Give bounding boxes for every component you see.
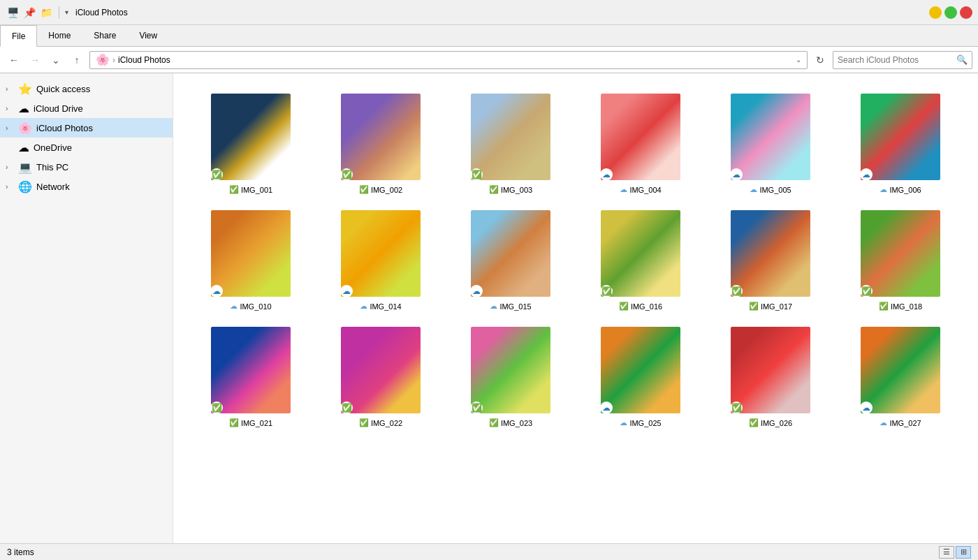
file-item-img_006[interactable]: ☁ ☁ IMG_006 <box>837 87 964 198</box>
file-name-img_027: ☁ IMG_027 <box>880 418 921 427</box>
sidebar-label-icloud-photos: iCloud Photos <box>36 123 93 133</box>
grid-view-button[interactable]: ⊞ <box>956 546 971 559</box>
status-badge-img_016: ✅ <box>600 285 613 297</box>
status-badge-img_018: ✅ <box>860 285 873 297</box>
title-bar-system-icons: 🖥️ 📌 📁 <box>6 6 53 20</box>
file-name-img_015: ☁ IMG_015 <box>490 302 531 311</box>
file-item-img_022[interactable]: ✅ ✅ IMG_022 <box>317 320 444 432</box>
status-badge-img_015: ☁ <box>470 285 483 297</box>
sidebar-item-network[interactable]: › 🌐 Network <box>0 177 173 196</box>
ribbon-tabs: File Home Share View <box>0 25 978 46</box>
file-item-img_005[interactable]: ☁ ☁ IMG_005 <box>707 87 834 198</box>
list-view-button[interactable]: ☰ <box>939 546 954 559</box>
file-item-img_016[interactable]: ✅ ✅ IMG_016 <box>577 204 704 315</box>
file-item-img_003[interactable]: ✅ ✅ IMG_003 <box>447 87 574 198</box>
file-label-img_016: IMG_016 <box>631 302 662 311</box>
title-bar: 🖥️ 📌 📁 ▾ iCloud Photos <box>0 0 978 25</box>
file-status-icon-img_026: ✅ <box>749 418 759 427</box>
file-status-icon-img_003: ✅ <box>489 185 499 194</box>
file-item-img_001[interactable]: ✅ ✅ IMG_001 <box>187 87 314 198</box>
thumb-wrapper-img_025: ☁ <box>599 325 683 415</box>
sidebar-label-onedrive: OneDrive <box>34 142 72 153</box>
sidebar-item-this-pc[interactable]: › 💻 This PC <box>0 157 173 177</box>
file-label-img_021: IMG_021 <box>241 419 272 427</box>
icloud-path-icon: 🌸 <box>96 53 110 66</box>
thumb-img_003 <box>471 94 550 180</box>
expand-arrow-this-pc: › <box>6 163 14 171</box>
status-badge-img_017: ✅ <box>730 285 743 297</box>
file-label-img_027: IMG_027 <box>889 419 921 427</box>
file-label-img_005: IMG_005 <box>759 186 791 194</box>
thumb-img_006 <box>861 94 940 180</box>
file-status-icon-img_010: ☁ <box>230 302 238 311</box>
ribbon-tab-file[interactable]: File <box>0 25 37 47</box>
sidebar-icon-network: 🌐 <box>18 180 32 193</box>
sidebar-item-quick-access[interactable]: › ⭐ Quick access <box>0 79 173 98</box>
sidebar-icon-quick-access: ⭐ <box>18 82 32 96</box>
file-item-img_004[interactable]: ☁ ☁ IMG_004 <box>577 87 704 198</box>
address-bar: ← → ⌄ ↑ 🌸 › iCloud Photos ⌄ ↻ 🔍 <box>0 47 978 73</box>
file-item-img_002[interactable]: ✅ ✅ IMG_002 <box>317 87 444 198</box>
ribbon-tab-view[interactable]: View <box>128 25 169 46</box>
thumb-img_018 <box>861 210 940 297</box>
file-item-img_014[interactable]: ☁ ☁ IMG_014 <box>317 204 444 315</box>
file-item-img_018[interactable]: ✅ ✅ IMG_018 <box>837 204 964 315</box>
app-icon: 🖥️ <box>6 6 20 20</box>
pin-icon[interactable]: 📌 <box>22 6 36 20</box>
address-path[interactable]: 🌸 › iCloud Photos ⌄ <box>89 51 808 69</box>
file-label-img_006: IMG_006 <box>889 186 921 194</box>
close-button[interactable] <box>960 6 972 19</box>
sidebar-item-icloud-drive[interactable]: › ☁ iCloud Drive <box>0 98 173 118</box>
sidebar-icon-this-pc: 💻 <box>18 161 32 174</box>
file-status-icon-img_016: ✅ <box>619 302 629 311</box>
file-status-icon-img_023: ✅ <box>489 418 499 427</box>
file-label-img_015: IMG_015 <box>499 302 531 311</box>
file-item-img_027[interactable]: ☁ ☁ IMG_027 <box>837 320 964 432</box>
status-badge-img_022: ✅ <box>340 401 353 414</box>
file-item-img_015[interactable]: ☁ ☁ IMG_015 <box>447 204 574 315</box>
status-badge-img_014: ☁ <box>340 285 353 297</box>
thumb-img_017 <box>731 210 810 297</box>
file-item-img_021[interactable]: ✅ ✅ IMG_021 <box>187 320 314 432</box>
status-badge-img_002: ✅ <box>340 168 353 181</box>
file-name-img_005: ☁ IMG_005 <box>750 185 791 194</box>
minimize-button[interactable] <box>929 6 942 19</box>
thumb-img_001 <box>211 94 291 180</box>
thumb-wrapper-img_022: ✅ <box>339 325 423 415</box>
maximize-button[interactable] <box>944 6 957 19</box>
thumb-img_021 <box>211 327 291 413</box>
ribbon-tab-share[interactable]: Share <box>82 25 128 46</box>
path-dropdown-arrow[interactable]: ⌄ <box>796 56 801 64</box>
thumb-wrapper-img_017: ✅ <box>729 208 812 299</box>
sidebar-icon-icloud-drive: ☁ <box>18 102 29 115</box>
file-item-img_010[interactable]: ☁ ☁ IMG_010 <box>187 204 314 315</box>
up-button[interactable]: ↑ <box>68 52 85 68</box>
file-label-img_018: IMG_018 <box>891 302 922 311</box>
recent-locations-button[interactable]: ⌄ <box>48 52 64 68</box>
search-input[interactable] <box>838 55 954 65</box>
file-item-img_017[interactable]: ✅ ✅ IMG_017 <box>707 204 834 315</box>
file-item-img_026[interactable]: ✅ ✅ IMG_026 <box>707 320 834 432</box>
title-bar-dropdown-arrow[interactable]: ▾ <box>65 8 68 16</box>
sidebar-label-this-pc: This PC <box>36 162 68 172</box>
refresh-button[interactable]: ↻ <box>812 52 829 68</box>
file-name-img_014: ☁ IMG_014 <box>360 302 401 311</box>
file-label-img_025: IMG_025 <box>629 419 661 427</box>
search-box: 🔍 <box>833 51 972 69</box>
thumb-img_026 <box>731 327 810 413</box>
ribbon-tab-home[interactable]: Home <box>37 25 82 46</box>
file-item-img_023[interactable]: ✅ ✅ IMG_023 <box>447 320 574 432</box>
back-button[interactable]: ← <box>6 52 22 68</box>
forward-button[interactable]: → <box>27 52 43 68</box>
sidebar-item-icloud-photos[interactable]: › 🌸 iCloud Photos <box>0 118 173 138</box>
thumb-img_004 <box>601 94 680 180</box>
search-icon[interactable]: 🔍 <box>956 54 968 65</box>
file-item-img_025[interactable]: ☁ ☁ IMG_025 <box>577 320 704 432</box>
status-badge-img_003: ✅ <box>470 168 483 181</box>
file-name-img_018: ✅ IMG_018 <box>879 302 922 311</box>
thumb-wrapper-img_004: ☁ <box>599 91 683 182</box>
sidebar-item-onedrive[interactable]: ☁ OneDrive <box>0 138 173 157</box>
status-badge-img_027: ☁ <box>860 401 873 414</box>
file-status-icon-img_005: ☁ <box>750 185 757 194</box>
file-status-icon-img_014: ☁ <box>360 302 367 311</box>
